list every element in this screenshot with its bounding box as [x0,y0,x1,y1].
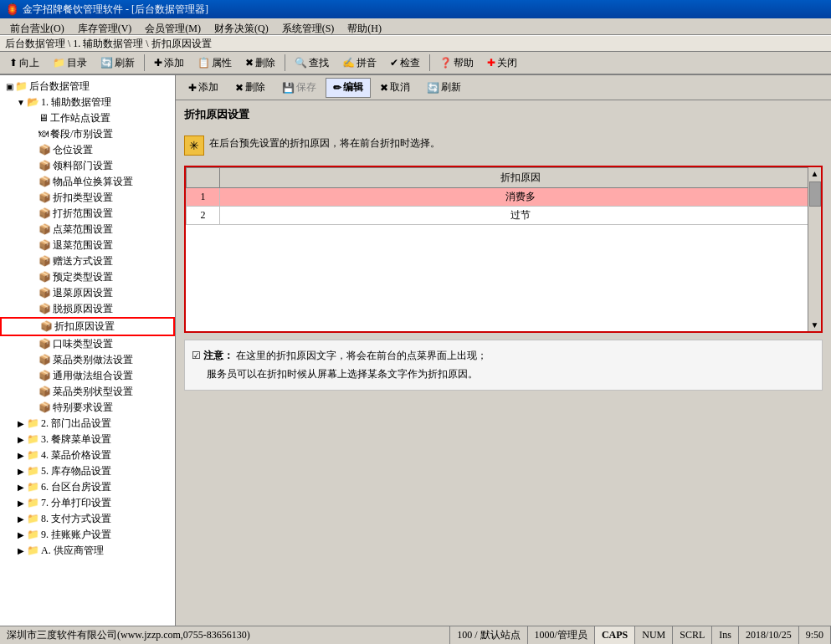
pinyin-icon: ✍ [342,57,355,69]
tree-item-table[interactable]: ▶ 📁 6. 台区台房设置 [0,479,175,495]
btn-up[interactable]: ⬆ 向上 [3,53,45,73]
inner-btn-edit[interactable]: ✏ 编辑 [326,78,371,98]
tree-item-print[interactable]: ▶ 📁 7. 分单打印设置 [0,495,175,511]
tree-item-loss-reason[interactable]: 📦 脱损原因设置 [0,301,175,317]
menu-xitong[interactable]: 系统管理(S) [275,20,341,33]
folder-icon: 📁 [27,417,39,430]
up-icon: ⬆ [9,57,18,69]
item-icon: 📦 [38,144,51,156]
tree-item-dish-method[interactable]: 📦 菜品类别做法设置 [0,352,175,368]
tree-item-dept-output[interactable]: ▶ 📁 2. 部门出品设置 [0,416,175,432]
main-toolbar: ⬆ 向上 📁 目录 🔄 刷新 ✚ 添加 📋 属性 ✖ 删除 🔍 查找 ✍ 拼音 … [0,52,831,75]
cancel-icon: ✖ [380,82,388,94]
item-icon: 📦 [38,338,51,350]
folder-icon: 📁 [27,497,39,509]
tree-item-reserve-type[interactable]: 📦 预定类型设置 [0,269,175,285]
sep1 [144,54,145,71]
tree-item-supplier[interactable]: ▶ 📁 A. 供应商管理 [0,543,175,559]
item-icon: 📦 [38,370,51,382]
close-icon: ✚ [487,57,495,69]
tree-item-inventory[interactable]: ▶ 📁 5. 库存物品设置 [0,463,175,479]
inner-btn-save[interactable]: 💾 保存 [274,78,324,98]
sep2 [285,54,285,71]
tree-root-item[interactable]: ▣ 📁 后台数据管理 [0,79,175,95]
app-icon: 🏮 [5,3,19,17]
tree-item-gift[interactable]: 📦 赠送方式设置 [0,253,175,269]
btn-refresh[interactable]: 🔄 刷新 [95,53,141,73]
scroll-up-icon[interactable]: ▲ [809,167,821,180]
item-icon: 🍽 [38,128,49,141]
tree-item-unit[interactable]: 📦 物品单位换算设置 [0,174,175,190]
tree-item-taste-type[interactable]: 📦 口味类型设置 [0,336,175,352]
btn-check[interactable]: ✔ 检查 [384,53,426,73]
expand-icon: ▶ [15,483,27,492]
menu-qiantai[interactable]: 前台营业(O) [3,20,71,33]
inner-btn-refresh[interactable]: 🔄 刷新 [419,78,469,98]
btn-directory[interactable]: 📁 目录 [47,53,93,73]
status-time: 9:50 [799,626,831,644]
btn-search[interactable]: 🔍 查找 [289,53,335,73]
tree-item-special-req[interactable]: 📦 特别要求设置 [0,400,175,416]
search-icon: 🔍 [295,57,307,69]
table-row[interactable]: 2 过节 [187,207,821,225]
delete-icon: ✖ [235,82,244,94]
add-icon: ✚ [154,57,162,69]
btn-delete[interactable]: ✖ 删除 [239,53,281,73]
tree-item-discount-reason[interactable]: 📦 折扣原因设置 [0,317,175,336]
data-table: 折扣原因 1 消费多 2 过节 [186,167,821,225]
expand-icon: ▶ [15,451,27,460]
tree-item-dept[interactable]: 📦 领料部门设置 [0,158,175,174]
status-company: 深圳市三度软件有限公司(www.jzzp.com,0755-83656130) [0,626,450,644]
status-ins: Ins [712,626,739,644]
tree-item-menu[interactable]: ▶ 📁 3. 餐牌菜单设置 [0,432,175,447]
scroll-thumb[interactable] [809,181,821,207]
tree-item-discount-range[interactable]: 📦 打折范围设置 [0,206,175,222]
row-num: 1 [187,188,220,207]
table-row[interactable]: 1 消费多 [187,188,821,207]
inner-btn-delete[interactable]: ✖ 删除 [228,78,273,98]
expand-icon: ▼ [15,98,27,107]
inner-btn-add[interactable]: ✚ 添加 [181,78,226,98]
inner-btn-cancel[interactable]: ✖ 取消 [372,78,418,98]
menu-bar: 前台营业(O) 库存管理(V) 会员管理(M) 财务决策(Q) 系统管理(S) … [0,18,831,35]
tree-item-warehouse[interactable]: 📦 仓位设置 [0,142,175,158]
status-station: 100 / 默认站点 [450,626,527,644]
tree-item-order-range[interactable]: 📦 点菜范围设置 [0,222,175,238]
tree-item-dish-price[interactable]: ▶ 📁 4. 菜品价格设置 [0,447,175,463]
menu-bangzhu[interactable]: 帮助(H) [341,20,388,33]
note-icon: ☑ [192,350,203,361]
col-reason-header: 折扣原因 [220,168,821,188]
tree-item-payment[interactable]: ▶ 📁 8. 支付方式设置 [0,511,175,527]
btn-add[interactable]: ✚ 添加 [148,53,190,73]
tree-item-discount-type[interactable]: 📦 折扣类型设置 [0,190,175,206]
row-num: 2 [187,207,220,225]
expand-icon: ▶ [15,514,27,524]
folder-icon: 📁 [27,544,39,557]
scrollbar[interactable]: ▲ ▼ [808,167,821,331]
folder-icon: 📁 [27,449,39,462]
tree-panel: ▣ 📁 后台数据管理 ▼ 📂 1. 辅助数据管理 🖥 工作站点设置 🍽 餐段/市… [0,75,176,626]
edit-icon: ✏ [333,82,341,94]
tree-item-dish-type[interactable]: 📦 菜品类别状型设置 [0,384,175,400]
menu-huiyuan[interactable]: 会员管理(M) [138,20,208,33]
tree-item-workstation[interactable]: 🖥 工作站点设置 [0,110,175,126]
btn-close[interactable]: ✚ 关闭 [481,53,523,73]
tree-item-return-reason[interactable]: 📦 退菜原因设置 [0,285,175,301]
folder-icon: 📁 [27,513,39,525]
scroll-down-icon[interactable]: ▼ [809,319,821,331]
btn-pinyin[interactable]: ✍ 拼音 [336,53,382,73]
tree-item-meal-period[interactable]: 🍽 餐段/市别设置 [0,126,175,142]
tree-item-common-method[interactable]: 📦 通用做法组合设置 [0,368,175,384]
tree-item-account[interactable]: ▶ 📁 9. 挂账账户设置 [0,527,175,543]
expand-icon: ▶ [15,467,27,476]
btn-help[interactable]: ❓ 帮助 [433,53,480,73]
folder-icon: 📁 [27,481,39,493]
tree-item-return-range[interactable]: 📦 退菜范围设置 [0,238,175,253]
item-icon: 📦 [38,207,51,220]
tree-item-auxiliary[interactable]: ▼ 📂 1. 辅助数据管理 [0,95,175,110]
info-box: ✳ 在后台预先设置的折扣原因，将在前台折扣时选择。 [184,132,823,159]
menu-kucun[interactable]: 库存管理(V) [71,20,139,33]
btn-properties[interactable]: 📋 属性 [192,53,238,73]
menu-caiwu[interactable]: 财务决策(Q) [208,20,275,33]
item-icon: 🖥 [38,112,49,125]
